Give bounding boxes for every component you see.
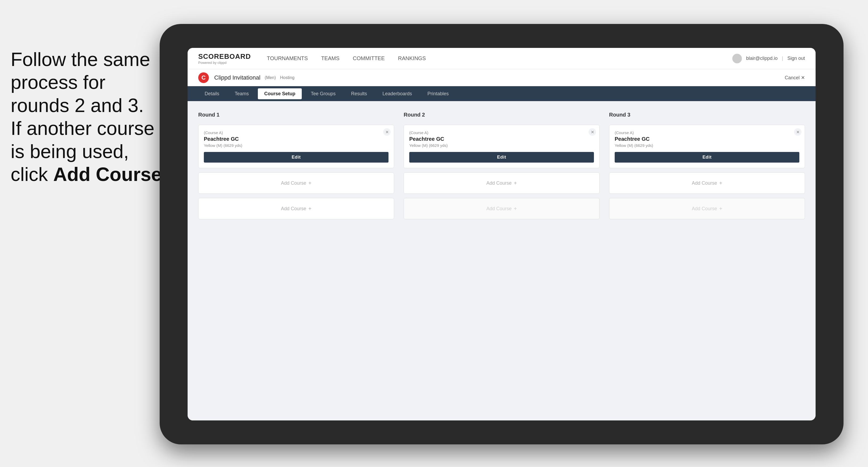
instruction-text: Follow the same process for rounds 2 and… [0,42,186,191]
sign-out-link[interactable]: Sign out [787,56,805,61]
round-2-add-course-label-1: Add Course [487,180,512,186]
round-3-add-course-2: Add Course + [609,198,805,219]
round-3-add-course-plus-1: + [719,180,722,186]
round-2-course-details: Yellow (M) (6629 yds) [409,143,594,148]
round-2-course-card: ✕ (Course A) Peachtree GC Yellow (M) (66… [404,125,599,168]
tournament-badge: (Men) [265,75,276,80]
tab-bar: Details Teams Course Setup Tee Groups Re… [188,86,815,101]
round-3-course-details: Yellow (M) (6629 yds) [615,143,799,148]
round-1-course-card: ✕ (Course A) Peachtree GC Yellow (M) (66… [198,125,394,168]
round-3-column: Round 3 ✕ (Course A) Peachtree GC Yellow… [609,112,805,219]
user-email: blair@clippd.io [746,56,778,61]
nav-right: blair@clippd.io | Sign out [732,54,805,63]
round-3-course-name: Peachtree GC [615,136,799,142]
round-2-course-remove[interactable]: ✕ [589,128,596,136]
round-1-edit-button[interactable]: Edit [204,152,389,163]
round-1-add-course-label-1: Add Course [281,180,306,186]
tab-course-setup[interactable]: Course Setup [258,88,302,99]
nav-tournaments[interactable]: TOURNAMENTS [267,54,308,63]
round-1-title: Round 1 [198,112,394,118]
logo-main-text: SCOREBOARD [198,53,251,61]
nav-rankings[interactable]: RANKINGS [398,54,426,63]
round-3-add-course-1[interactable]: Add Course + [609,173,805,194]
round-3-add-course-label-2: Add Course [692,206,717,212]
tournament-name: Clippd Invitational [214,74,260,81]
tab-printables[interactable]: Printables [421,88,455,99]
logo-sub-text: Powered by clippd [198,61,251,65]
main-content: Round 1 ✕ (Course A) Peachtree GC Yellow… [188,101,815,421]
round-2-title: Round 2 [404,112,599,118]
round-1-add-course-plus-1: + [308,180,312,186]
round-3-course-remove[interactable]: ✕ [794,128,802,136]
round-3-add-course-label-1: Add Course [692,180,717,186]
tablet-device: SCOREBOARD Powered by clippd TOURNAMENTS… [160,24,843,444]
nav-committee[interactable]: COMMITTEE [353,54,385,63]
round-2-edit-button[interactable]: Edit [409,152,594,163]
round-1-add-course-label-2: Add Course [281,206,306,212]
hosting-tag: Hosting [280,75,294,80]
top-nav: SCOREBOARD Powered by clippd TOURNAMENTS… [188,48,815,69]
round-3-add-course-plus-2: + [719,206,722,212]
scoreboard-logo: SCOREBOARD Powered by clippd [198,53,251,65]
round-1-column: Round 1 ✕ (Course A) Peachtree GC Yellow… [198,112,394,219]
round-2-add-course-label-2: Add Course [487,206,512,212]
round-3-course-card: ✕ (Course A) Peachtree GC Yellow (M) (66… [609,125,805,168]
tournament-logo: C [198,72,209,83]
nav-links: TOURNAMENTS TEAMS COMMITTEE RANKINGS [267,54,732,63]
round-2-add-course-1[interactable]: Add Course + [404,173,599,194]
sub-header: C Clippd Invitational (Men) Hosting Canc… [188,69,815,86]
tab-results[interactable]: Results [345,88,373,99]
round-1-add-course-plus-2: + [308,206,312,212]
round-2-column: Round 2 ✕ (Course A) Peachtree GC Yellow… [404,112,599,219]
tab-leaderboards[interactable]: Leaderboards [376,88,418,99]
nav-teams[interactable]: TEAMS [321,54,340,63]
tab-teams[interactable]: Teams [228,88,255,99]
user-avatar [732,54,742,63]
round-1-add-course-2[interactable]: Add Course + [198,198,394,219]
round-1-course-details: Yellow (M) (6629 yds) [204,143,389,148]
round-2-course-name: Peachtree GC [409,136,594,142]
rounds-container: Round 1 ✕ (Course A) Peachtree GC Yellow… [198,112,805,219]
tablet-screen: SCOREBOARD Powered by clippd TOURNAMENTS… [188,48,815,421]
round-1-course-name: Peachtree GC [204,136,389,142]
round-1-add-course-1[interactable]: Add Course + [198,173,394,194]
round-1-course-remove[interactable]: ✕ [383,128,391,136]
round-2-add-course-plus-1: + [514,180,517,186]
nav-divider: | [782,56,783,61]
round-3-course-label: (Course A) [615,130,799,135]
cancel-button[interactable]: Cancel ✕ [785,75,805,81]
round-1-course-label: (Course A) [204,130,389,135]
tab-details[interactable]: Details [198,88,226,99]
round-3-title: Round 3 [609,112,805,118]
round-2-course-label: (Course A) [409,130,594,135]
tab-tee-groups[interactable]: Tee Groups [304,88,342,99]
round-3-edit-button[interactable]: Edit [615,152,799,163]
round-2-add-course-2: Add Course + [404,198,599,219]
round-2-add-course-plus-2: + [514,206,517,212]
